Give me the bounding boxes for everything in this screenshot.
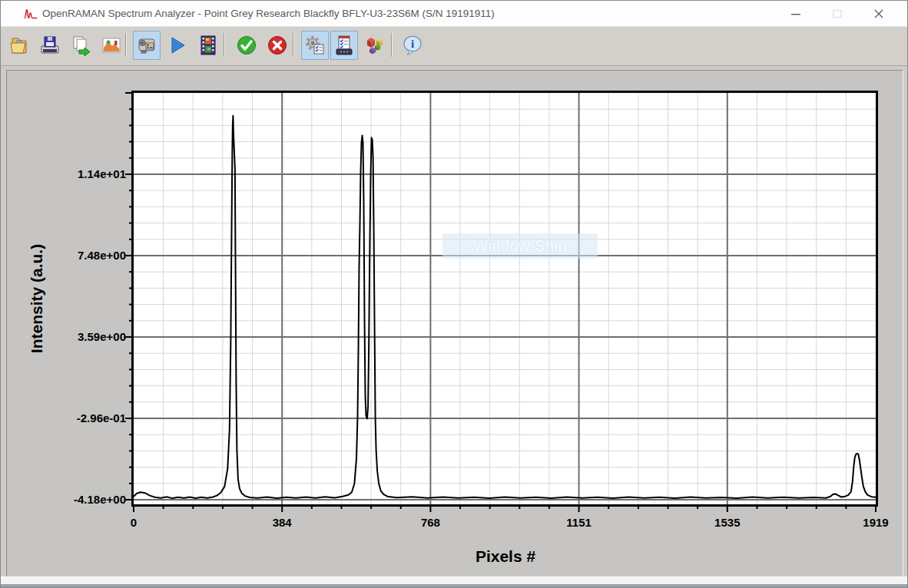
info-balloon-icon: i	[402, 35, 423, 56]
cancel-x-icon	[267, 35, 288, 56]
accept-check-icon	[236, 35, 257, 56]
minimize-button[interactable]	[778, 1, 814, 26]
maximize-button[interactable]	[820, 1, 855, 26]
save-floppy-printer-icon	[39, 35, 61, 56]
export-image-button[interactable]	[98, 31, 125, 60]
play-icon	[167, 35, 188, 56]
spectrum-plot-canvas[interactable]	[116, 84, 893, 517]
svg-text:i: i	[411, 38, 414, 50]
play-button[interactable]	[164, 31, 191, 60]
checklist-panel-icon	[333, 35, 355, 56]
filmstrip-icon	[197, 35, 219, 56]
camera-acquisition-button[interactable]	[133, 31, 161, 60]
maximize-icon	[832, 8, 843, 19]
video-record-button[interactable]	[194, 31, 222, 60]
folder-open-icon	[8, 35, 30, 56]
close-icon	[873, 8, 884, 19]
color-blocks-button[interactable]	[361, 31, 389, 60]
app-logo-spectrum-icon	[24, 7, 38, 21]
toolbar-separator	[125, 33, 127, 57]
bottom-strip	[1, 576, 907, 584]
camera-icon	[136, 35, 157, 56]
toolbar-separator	[224, 33, 225, 57]
export-data-button[interactable]	[67, 31, 94, 60]
toolbar: i	[1, 27, 907, 66]
accept-button[interactable]	[233, 31, 260, 60]
app-window: OpenRAMAN Spectrum Analyzer - Point Grey…	[0, 0, 908, 588]
cancel-button[interactable]	[263, 31, 291, 60]
bottom-edge-bar	[1, 584, 907, 587]
processing-options-button[interactable]	[330, 31, 358, 60]
color-blocks-icon	[364, 35, 386, 56]
window-title: OpenRAMAN Spectrum Analyzer - Point Grey…	[42, 1, 495, 26]
acquisition-settings-button[interactable]	[301, 31, 329, 60]
gear-checklist-icon	[304, 35, 326, 56]
save-button[interactable]	[36, 31, 64, 60]
chart-area: Window Snip Intensity (a.u.) Pixels # 1.…	[1, 1, 908, 588]
image-export-icon	[101, 35, 122, 56]
toolbar-separator	[293, 33, 294, 57]
info-button[interactable]: i	[399, 31, 426, 60]
title-bar[interactable]: OpenRAMAN Spectrum Analyzer - Point Grey…	[1, 1, 907, 27]
open-file-button[interactable]	[5, 31, 33, 60]
toolbar-separator	[391, 33, 393, 57]
close-button[interactable]	[861, 1, 896, 26]
minimize-icon	[790, 8, 801, 19]
copy-pages-arrow-icon	[70, 35, 91, 56]
